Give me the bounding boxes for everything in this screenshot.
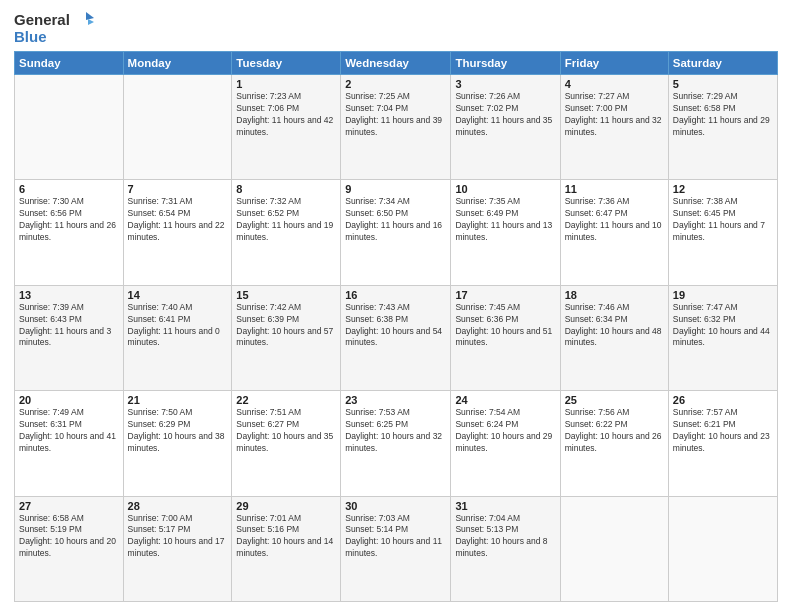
day-info: Sunrise: 7:29 AM Sunset: 6:58 PM Dayligh… xyxy=(673,91,773,139)
day-info: Sunrise: 7:49 AM Sunset: 6:31 PM Dayligh… xyxy=(19,407,119,455)
calendar-cell: 29Sunrise: 7:01 AM Sunset: 5:16 PM Dayli… xyxy=(232,496,341,601)
day-info: Sunrise: 7:43 AM Sunset: 6:38 PM Dayligh… xyxy=(345,302,446,350)
calendar-cell: 14Sunrise: 7:40 AM Sunset: 6:41 PM Dayli… xyxy=(123,285,232,390)
day-number: 1 xyxy=(236,78,336,90)
day-info: Sunrise: 7:46 AM Sunset: 6:34 PM Dayligh… xyxy=(565,302,664,350)
calendar-cell: 25Sunrise: 7:56 AM Sunset: 6:22 PM Dayli… xyxy=(560,391,668,496)
week-row-1: 1Sunrise: 7:23 AM Sunset: 7:06 PM Daylig… xyxy=(15,75,778,180)
calendar-table: SundayMondayTuesdayWednesdayThursdayFrid… xyxy=(14,51,778,602)
calendar-cell xyxy=(668,496,777,601)
weekday-header-thursday: Thursday xyxy=(451,52,560,75)
day-info: Sunrise: 7:45 AM Sunset: 6:36 PM Dayligh… xyxy=(455,302,555,350)
calendar-cell: 6Sunrise: 7:30 AM Sunset: 6:56 PM Daylig… xyxy=(15,180,124,285)
weekday-header-row: SundayMondayTuesdayWednesdayThursdayFrid… xyxy=(15,52,778,75)
day-info: Sunrise: 7:30 AM Sunset: 6:56 PM Dayligh… xyxy=(19,196,119,244)
calendar-cell xyxy=(15,75,124,180)
day-number: 7 xyxy=(128,183,228,195)
day-number: 18 xyxy=(565,289,664,301)
calendar-cell: 8Sunrise: 7:32 AM Sunset: 6:52 PM Daylig… xyxy=(232,180,341,285)
week-row-4: 20Sunrise: 7:49 AM Sunset: 6:31 PM Dayli… xyxy=(15,391,778,496)
day-number: 3 xyxy=(455,78,555,90)
calendar-cell: 17Sunrise: 7:45 AM Sunset: 6:36 PM Dayli… xyxy=(451,285,560,390)
day-info: Sunrise: 7:23 AM Sunset: 7:06 PM Dayligh… xyxy=(236,91,336,139)
day-number: 8 xyxy=(236,183,336,195)
day-info: Sunrise: 7:56 AM Sunset: 6:22 PM Dayligh… xyxy=(565,407,664,455)
day-info: Sunrise: 7:57 AM Sunset: 6:21 PM Dayligh… xyxy=(673,407,773,455)
day-info: Sunrise: 7:34 AM Sunset: 6:50 PM Dayligh… xyxy=(345,196,446,244)
day-number: 28 xyxy=(128,500,228,512)
day-number: 17 xyxy=(455,289,555,301)
calendar-cell: 15Sunrise: 7:42 AM Sunset: 6:39 PM Dayli… xyxy=(232,285,341,390)
calendar-cell: 12Sunrise: 7:38 AM Sunset: 6:45 PM Dayli… xyxy=(668,180,777,285)
day-info: Sunrise: 7:50 AM Sunset: 6:29 PM Dayligh… xyxy=(128,407,228,455)
day-number: 21 xyxy=(128,394,228,406)
day-info: Sunrise: 7:00 AM Sunset: 5:17 PM Dayligh… xyxy=(128,513,228,561)
weekday-header-tuesday: Tuesday xyxy=(232,52,341,75)
calendar-cell: 19Sunrise: 7:47 AM Sunset: 6:32 PM Dayli… xyxy=(668,285,777,390)
day-info: Sunrise: 7:26 AM Sunset: 7:02 PM Dayligh… xyxy=(455,91,555,139)
day-info: Sunrise: 7:38 AM Sunset: 6:45 PM Dayligh… xyxy=(673,196,773,244)
day-info: Sunrise: 7:39 AM Sunset: 6:43 PM Dayligh… xyxy=(19,302,119,350)
calendar-cell: 23Sunrise: 7:53 AM Sunset: 6:25 PM Dayli… xyxy=(341,391,451,496)
day-number: 27 xyxy=(19,500,119,512)
calendar-cell: 2Sunrise: 7:25 AM Sunset: 7:04 PM Daylig… xyxy=(341,75,451,180)
week-row-5: 27Sunrise: 6:58 AM Sunset: 5:19 PM Dayli… xyxy=(15,496,778,601)
day-number: 10 xyxy=(455,183,555,195)
calendar-cell: 5Sunrise: 7:29 AM Sunset: 6:58 PM Daylig… xyxy=(668,75,777,180)
calendar-cell: 11Sunrise: 7:36 AM Sunset: 6:47 PM Dayli… xyxy=(560,180,668,285)
day-info: Sunrise: 7:36 AM Sunset: 6:47 PM Dayligh… xyxy=(565,196,664,244)
calendar-cell xyxy=(560,496,668,601)
calendar-cell: 21Sunrise: 7:50 AM Sunset: 6:29 PM Dayli… xyxy=(123,391,232,496)
header: General Blue xyxy=(14,12,778,45)
day-number: 16 xyxy=(345,289,446,301)
calendar-cell: 1Sunrise: 7:23 AM Sunset: 7:06 PM Daylig… xyxy=(232,75,341,180)
day-number: 5 xyxy=(673,78,773,90)
day-number: 9 xyxy=(345,183,446,195)
calendar-cell: 22Sunrise: 7:51 AM Sunset: 6:27 PM Dayli… xyxy=(232,391,341,496)
calendar-cell: 24Sunrise: 7:54 AM Sunset: 6:24 PM Dayli… xyxy=(451,391,560,496)
week-row-3: 13Sunrise: 7:39 AM Sunset: 6:43 PM Dayli… xyxy=(15,285,778,390)
svg-marker-1 xyxy=(88,19,94,25)
day-number: 14 xyxy=(128,289,228,301)
day-number: 23 xyxy=(345,394,446,406)
logo-svg: General Blue xyxy=(14,12,94,45)
day-number: 19 xyxy=(673,289,773,301)
calendar-cell: 10Sunrise: 7:35 AM Sunset: 6:49 PM Dayli… xyxy=(451,180,560,285)
day-number: 12 xyxy=(673,183,773,195)
day-info: Sunrise: 7:27 AM Sunset: 7:00 PM Dayligh… xyxy=(565,91,664,139)
calendar-cell xyxy=(123,75,232,180)
calendar-cell: 9Sunrise: 7:34 AM Sunset: 6:50 PM Daylig… xyxy=(341,180,451,285)
calendar-cell: 13Sunrise: 7:39 AM Sunset: 6:43 PM Dayli… xyxy=(15,285,124,390)
logo-blue-text: Blue xyxy=(14,29,47,46)
day-number: 22 xyxy=(236,394,336,406)
day-number: 4 xyxy=(565,78,664,90)
weekday-header-wednesday: Wednesday xyxy=(341,52,451,75)
logo-bird-icon xyxy=(72,12,94,28)
svg-marker-0 xyxy=(86,12,94,20)
day-number: 15 xyxy=(236,289,336,301)
day-info: Sunrise: 7:42 AM Sunset: 6:39 PM Dayligh… xyxy=(236,302,336,350)
day-number: 13 xyxy=(19,289,119,301)
day-info: Sunrise: 7:54 AM Sunset: 6:24 PM Dayligh… xyxy=(455,407,555,455)
weekday-header-friday: Friday xyxy=(560,52,668,75)
day-info: Sunrise: 7:01 AM Sunset: 5:16 PM Dayligh… xyxy=(236,513,336,561)
day-number: 29 xyxy=(236,500,336,512)
calendar-cell: 26Sunrise: 7:57 AM Sunset: 6:21 PM Dayli… xyxy=(668,391,777,496)
day-number: 26 xyxy=(673,394,773,406)
day-number: 6 xyxy=(19,183,119,195)
day-number: 24 xyxy=(455,394,555,406)
calendar-cell: 28Sunrise: 7:00 AM Sunset: 5:17 PM Dayli… xyxy=(123,496,232,601)
day-info: Sunrise: 7:32 AM Sunset: 6:52 PM Dayligh… xyxy=(236,196,336,244)
day-number: 25 xyxy=(565,394,664,406)
day-info: Sunrise: 7:53 AM Sunset: 6:25 PM Dayligh… xyxy=(345,407,446,455)
day-info: Sunrise: 7:47 AM Sunset: 6:32 PM Dayligh… xyxy=(673,302,773,350)
day-info: Sunrise: 7:51 AM Sunset: 6:27 PM Dayligh… xyxy=(236,407,336,455)
day-info: Sunrise: 7:35 AM Sunset: 6:49 PM Dayligh… xyxy=(455,196,555,244)
day-info: Sunrise: 7:25 AM Sunset: 7:04 PM Dayligh… xyxy=(345,91,446,139)
weekday-header-sunday: Sunday xyxy=(15,52,124,75)
calendar-cell: 7Sunrise: 7:31 AM Sunset: 6:54 PM Daylig… xyxy=(123,180,232,285)
day-info: Sunrise: 6:58 AM Sunset: 5:19 PM Dayligh… xyxy=(19,513,119,561)
day-info: Sunrise: 7:40 AM Sunset: 6:41 PM Dayligh… xyxy=(128,302,228,350)
calendar-cell: 18Sunrise: 7:46 AM Sunset: 6:34 PM Dayli… xyxy=(560,285,668,390)
day-info: Sunrise: 7:03 AM Sunset: 5:14 PM Dayligh… xyxy=(345,513,446,561)
